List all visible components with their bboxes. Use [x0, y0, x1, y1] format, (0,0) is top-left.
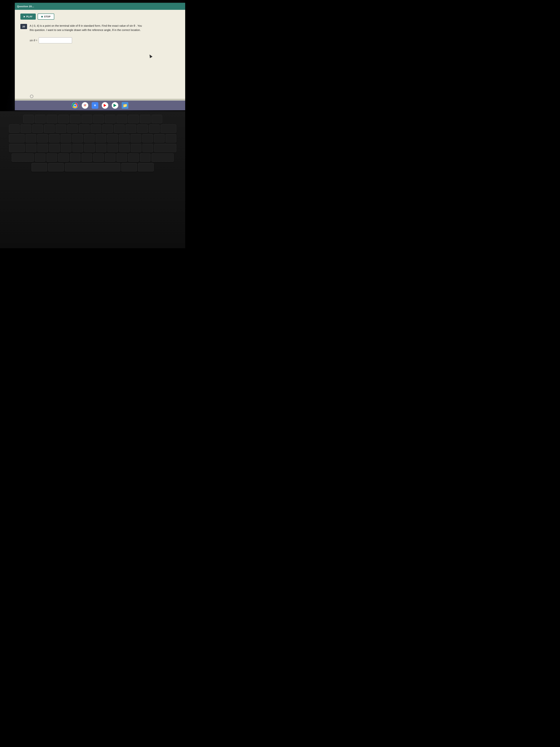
- key-comma[interactable]: [116, 153, 127, 162]
- key-l[interactable]: [119, 144, 130, 152]
- taskbar: M M 📁: [15, 101, 185, 110]
- key-d[interactable]: [49, 144, 60, 152]
- key-shift-left[interactable]: [12, 153, 34, 162]
- key-power[interactable]: [152, 115, 162, 123]
- key-2[interactable]: [32, 125, 43, 133]
- key-alt-right[interactable]: [121, 163, 137, 172]
- key-1[interactable]: [21, 125, 31, 133]
- keyboard-row-bottom: [31, 163, 154, 172]
- gmail-letter: M: [84, 104, 86, 107]
- key-enter[interactable]: [154, 144, 176, 152]
- key-f6[interactable]: [93, 115, 104, 123]
- toolbar: PLAY STOP: [20, 14, 180, 20]
- key-ctrl-left[interactable]: [31, 163, 47, 172]
- key-equals[interactable]: [149, 125, 160, 133]
- key-tab[interactable]: [9, 134, 25, 143]
- key-r[interactable]: [60, 134, 71, 143]
- key-backspace[interactable]: [161, 125, 176, 133]
- key-f1[interactable]: [35, 115, 46, 123]
- key-7[interactable]: [90, 125, 101, 133]
- yt-play-icon: [104, 104, 106, 107]
- ps-play-icon: [113, 104, 116, 107]
- key-j[interactable]: [96, 144, 106, 152]
- stop-icon: [41, 16, 43, 18]
- youtube-icon[interactable]: [102, 102, 108, 109]
- key-3[interactable]: [44, 125, 55, 133]
- cursor-arrow: [148, 54, 153, 58]
- key-5[interactable]: [67, 125, 78, 133]
- key-alt-left[interactable]: [48, 163, 64, 172]
- key-n[interactable]: [93, 153, 104, 162]
- keyboard-area: [0, 111, 185, 248]
- key-x[interactable]: [47, 153, 57, 162]
- folder-shape-icon: 📁: [123, 103, 127, 108]
- key-g[interactable]: [73, 144, 83, 152]
- key-f7[interactable]: [105, 115, 115, 123]
- laptop-screen: Question 20... PLAY STOP 20 A (-3, 4) is…: [15, 3, 185, 110]
- gmail-icon[interactable]: M: [82, 102, 88, 109]
- key-k[interactable]: [107, 144, 118, 152]
- key-space[interactable]: [65, 163, 121, 172]
- key-i[interactable]: [107, 134, 118, 143]
- key-v[interactable]: [70, 153, 81, 162]
- content-area: PLAY STOP 20 A (-3, 4) is a point on the…: [15, 10, 185, 99]
- chrome-icon[interactable]: [72, 102, 78, 109]
- key-t[interactable]: [72, 134, 83, 143]
- files-icon[interactable]: 📁: [122, 102, 128, 109]
- key-f[interactable]: [61, 144, 72, 152]
- key-h[interactable]: [84, 144, 95, 152]
- key-f4[interactable]: [70, 115, 81, 123]
- key-p[interactable]: [131, 134, 141, 143]
- stop-label: STOP: [44, 15, 50, 18]
- key-8[interactable]: [102, 125, 113, 133]
- key-lbracket[interactable]: [142, 134, 153, 143]
- meet-label: M: [94, 104, 96, 107]
- key-caps[interactable]: [9, 144, 25, 152]
- keyboard-row-zxcv: [12, 153, 174, 162]
- key-z[interactable]: [35, 153, 46, 162]
- key-f5[interactable]: [81, 115, 92, 123]
- key-6[interactable]: [79, 125, 90, 133]
- key-s[interactable]: [37, 144, 48, 152]
- key-period[interactable]: [128, 153, 139, 162]
- key-4[interactable]: [56, 125, 66, 133]
- keyboard-row-qwerty: [9, 134, 176, 143]
- stop-button[interactable]: STOP: [37, 14, 54, 20]
- key-f3[interactable]: [58, 115, 69, 123]
- play-button[interactable]: PLAY: [20, 14, 36, 20]
- key-w[interactable]: [37, 134, 48, 143]
- play-store-icon[interactable]: [112, 102, 118, 109]
- question-text-line2: this question. I want to see a triangle …: [30, 28, 141, 31]
- play-icon: [24, 16, 25, 18]
- key-c[interactable]: [58, 153, 69, 162]
- key-o[interactable]: [119, 134, 130, 143]
- key-u[interactable]: [96, 134, 106, 143]
- key-minus[interactable]: [137, 125, 148, 133]
- key-quote[interactable]: [142, 144, 153, 152]
- key-q[interactable]: [26, 134, 36, 143]
- key-rbracket[interactable]: [154, 134, 165, 143]
- key-tilde[interactable]: [9, 125, 20, 133]
- key-f2[interactable]: [47, 115, 57, 123]
- key-slash[interactable]: [140, 153, 151, 162]
- key-esc[interactable]: [23, 115, 34, 123]
- keyboard-row-asdf: [9, 144, 176, 152]
- key-e[interactable]: [49, 134, 60, 143]
- key-semicolon[interactable]: [131, 144, 141, 152]
- meet-icon[interactable]: M: [92, 102, 98, 109]
- key-f9[interactable]: [128, 115, 139, 123]
- key-f8[interactable]: [116, 115, 127, 123]
- key-backslash[interactable]: [165, 134, 176, 143]
- keyboard-row-fn: [23, 115, 162, 123]
- answer-input[interactable]: [39, 37, 72, 43]
- key-0[interactable]: [126, 125, 136, 133]
- key-y[interactable]: [84, 134, 95, 143]
- key-shift-right[interactable]: [152, 153, 174, 162]
- key-9[interactable]: [114, 125, 125, 133]
- key-f10[interactable]: [140, 115, 151, 123]
- key-b[interactable]: [81, 153, 92, 162]
- key-a[interactable]: [26, 144, 36, 152]
- key-m[interactable]: [105, 153, 115, 162]
- key-ctrl-right[interactable]: [138, 163, 154, 172]
- page-title: Question 20...: [17, 5, 34, 8]
